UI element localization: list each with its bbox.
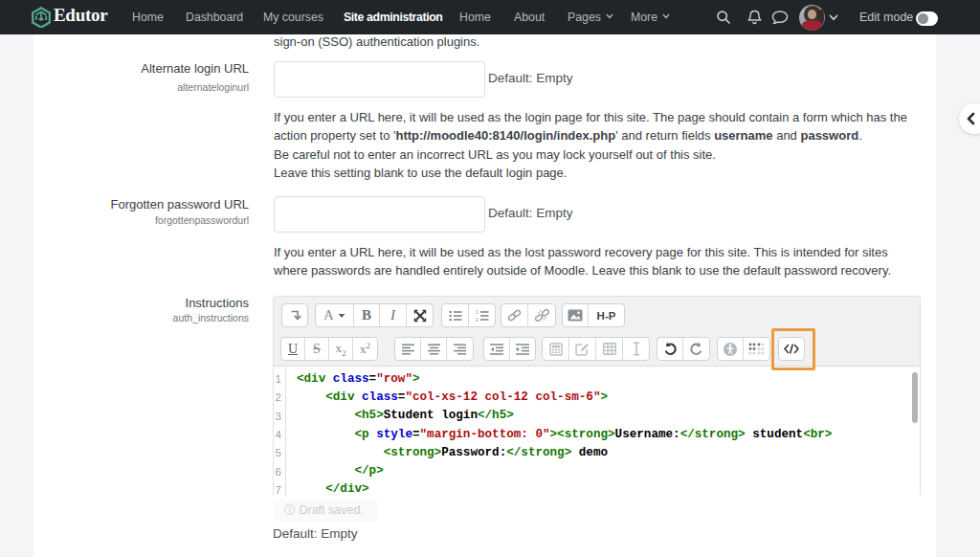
svg-text:1: 1 [476,310,479,315]
svg-text:2: 2 [476,316,479,321]
